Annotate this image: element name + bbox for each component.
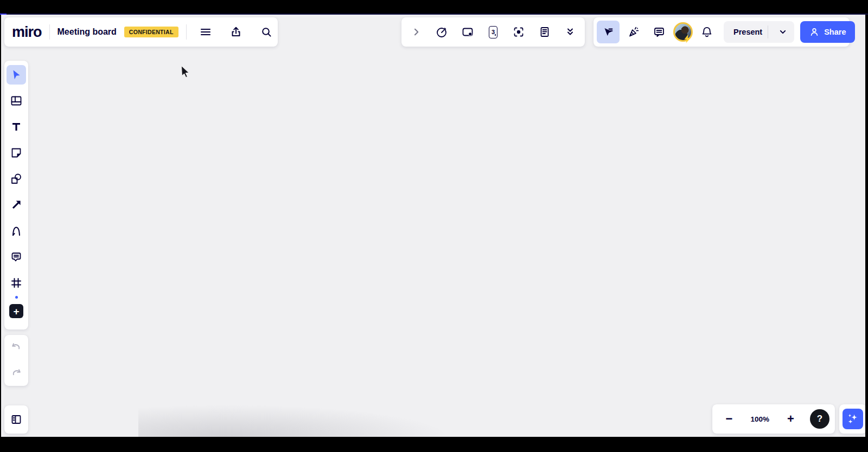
arrow-tool-button[interactable] bbox=[7, 195, 26, 215]
sticky-note-icon bbox=[10, 146, 23, 159]
follow-cursors-button[interactable] bbox=[597, 21, 620, 43]
frames-panel-card bbox=[4, 405, 28, 434]
search-button[interactable] bbox=[255, 21, 278, 43]
collapse-chevron-icon bbox=[410, 25, 423, 38]
undo-button[interactable] bbox=[5, 336, 28, 359]
chat-button[interactable] bbox=[648, 21, 671, 43]
talktrack-icon bbox=[461, 25, 474, 38]
estimation-icon: 3 bbox=[489, 26, 497, 38]
ai-assistant-card bbox=[839, 404, 866, 434]
progress-fill bbox=[0, 14, 7, 15]
zoom-level[interactable]: 100% bbox=[749, 415, 771, 423]
app-window: miro Meeting board CONFIDENTIAL bbox=[0, 0, 868, 452]
sparkles-icon bbox=[846, 412, 860, 426]
estimation-button[interactable]: 3 bbox=[482, 21, 505, 43]
timer-icon bbox=[435, 25, 448, 38]
ai-assistant-button[interactable] bbox=[843, 409, 863, 429]
present-label: Present bbox=[733, 28, 762, 36]
text-tool-button[interactable] bbox=[7, 117, 26, 137]
reactions-button[interactable] bbox=[622, 21, 645, 43]
notifications-button[interactable] bbox=[695, 21, 718, 43]
creation-toolbar: + bbox=[4, 61, 28, 330]
frames-panel-icon bbox=[10, 413, 23, 426]
collapse-toolbar-button[interactable] bbox=[405, 21, 427, 43]
zoom-in-button[interactable]: + bbox=[779, 408, 802, 430]
select-tool-button[interactable] bbox=[7, 65, 26, 85]
lightning-badge-icon bbox=[684, 34, 692, 43]
confidential-badge: CONFIDENTIAL bbox=[124, 27, 178, 37]
timer-button[interactable] bbox=[430, 21, 453, 43]
header-right-card: Present Share bbox=[593, 17, 850, 47]
comment-tool-button[interactable] bbox=[7, 247, 26, 267]
shapes-tool-button[interactable] bbox=[7, 169, 26, 189]
minus-icon: − bbox=[726, 412, 733, 426]
talktrack-button[interactable] bbox=[456, 21, 479, 43]
header-left-card: miro Meeting board CONFIDENTIAL bbox=[4, 17, 278, 47]
plus-icon: + bbox=[787, 412, 794, 426]
search-icon bbox=[260, 25, 273, 38]
templates-tool-button[interactable] bbox=[7, 91, 26, 111]
menu-icon bbox=[199, 25, 212, 38]
reactions-icon bbox=[627, 25, 640, 38]
divider bbox=[49, 24, 50, 40]
more-tools-icon bbox=[564, 25, 577, 38]
frames-panel-button[interactable] bbox=[5, 408, 28, 431]
follow-cursors-icon bbox=[602, 25, 615, 38]
export-icon bbox=[229, 25, 242, 38]
present-button[interactable]: Present bbox=[724, 21, 794, 43]
header-center-card: 3 bbox=[401, 17, 585, 47]
pen-icon bbox=[10, 224, 23, 237]
history-card bbox=[4, 335, 28, 386]
text-icon bbox=[10, 120, 23, 133]
templates-icon bbox=[10, 94, 23, 107]
share-person-icon bbox=[809, 27, 820, 37]
divider bbox=[186, 24, 187, 40]
bell-icon bbox=[700, 25, 713, 38]
canvas-shadow bbox=[138, 396, 627, 437]
zoom-controls-card: − 100% + ? bbox=[712, 404, 835, 434]
more-tools-button[interactable] bbox=[559, 21, 582, 43]
sticky-note-tool-button[interactable] bbox=[7, 143, 26, 163]
present-options-button[interactable] bbox=[774, 23, 792, 41]
plus-icon: + bbox=[9, 304, 23, 318]
chevron-down-icon bbox=[777, 27, 788, 37]
frame-tool-button[interactable] bbox=[7, 273, 26, 293]
redo-icon bbox=[10, 367, 23, 380]
more-apps-button[interactable]: + bbox=[7, 301, 26, 321]
redo-button[interactable] bbox=[5, 362, 28, 385]
shapes-icon bbox=[10, 172, 23, 185]
board-title[interactable]: Meeting board bbox=[58, 27, 117, 37]
help-button[interactable]: ? bbox=[810, 409, 829, 429]
question-mark-icon: ? bbox=[817, 414, 822, 424]
mouse-cursor bbox=[181, 65, 193, 78]
comment-icon bbox=[10, 250, 23, 263]
menu-button[interactable] bbox=[194, 21, 217, 43]
letterbox-right bbox=[865, 0, 868, 452]
spotlight-icon bbox=[512, 25, 525, 38]
share-button[interactable]: Share bbox=[800, 21, 854, 43]
board-canvas[interactable] bbox=[1, 15, 865, 437]
divider bbox=[768, 25, 768, 38]
select-cursor-icon bbox=[10, 68, 23, 81]
miro-logo[interactable]: miro bbox=[12, 24, 42, 41]
letterbox-top bbox=[0, 0, 868, 14]
export-button[interactable] bbox=[225, 21, 247, 43]
progress-bar bbox=[0, 14, 868, 15]
spotlight-button[interactable] bbox=[507, 21, 530, 43]
share-label: Share bbox=[824, 28, 846, 36]
zoom-out-button[interactable]: − bbox=[718, 408, 741, 430]
arrow-icon bbox=[10, 198, 23, 211]
user-avatar[interactable] bbox=[673, 21, 693, 43]
notes-button[interactable] bbox=[533, 21, 556, 43]
undo-icon bbox=[10, 341, 23, 354]
frame-icon bbox=[10, 276, 23, 289]
notes-icon bbox=[538, 25, 551, 38]
more-apps-notification-dot bbox=[15, 296, 18, 299]
chat-icon bbox=[653, 25, 666, 38]
pen-tool-button[interactable] bbox=[7, 221, 26, 241]
letterbox-bottom bbox=[0, 437, 868, 452]
